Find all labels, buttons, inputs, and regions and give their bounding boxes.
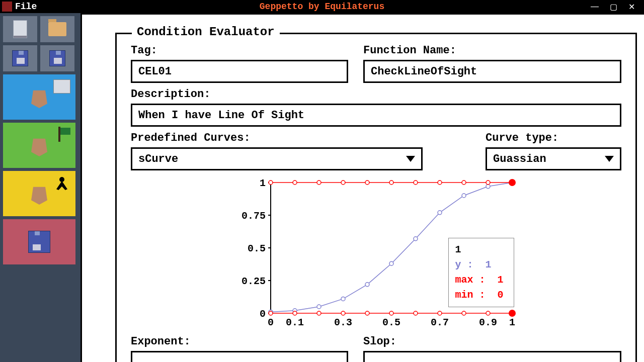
character-icon bbox=[29, 183, 49, 205]
condition-evaluator-panel: Condition Evaluator Tag: CEL01 Function … bbox=[115, 33, 637, 362]
save-button[interactable] bbox=[3, 45, 37, 71]
svg-point-26 bbox=[462, 194, 466, 198]
curve-type-value: Guassian bbox=[493, 153, 546, 165]
floppy-icon bbox=[28, 231, 50, 253]
tooltip-y-value: 1 bbox=[485, 259, 491, 270]
svg-point-42 bbox=[317, 311, 321, 315]
svg-point-35 bbox=[414, 180, 418, 185]
tooltip-min-label: min : bbox=[455, 289, 485, 301]
slop-input[interactable] bbox=[363, 351, 621, 362]
exponent-input[interactable] bbox=[131, 351, 348, 362]
svg-text:0.7: 0.7 bbox=[430, 317, 448, 328]
app-icon bbox=[2, 2, 12, 12]
chevron-down-icon bbox=[406, 156, 415, 162]
predefined-curves-label: Predefined Curves: bbox=[131, 132, 423, 144]
canvas: Condition Evaluator Tag: CEL01 Function … bbox=[80, 13, 644, 362]
svg-text:0.5: 0.5 bbox=[247, 243, 265, 254]
svg-point-44 bbox=[365, 311, 369, 315]
floppy-icon bbox=[12, 50, 28, 66]
svg-text:0.25: 0.25 bbox=[241, 276, 265, 287]
tool-yellow[interactable] bbox=[3, 171, 75, 216]
svg-point-37 bbox=[462, 180, 466, 185]
titlebar: File Geppetto by Equilaterus — ▢ ✕ bbox=[0, 0, 644, 13]
predefined-curves-value: sCurve bbox=[138, 153, 178, 165]
description-input[interactable]: When I have Line Of Sight bbox=[131, 104, 621, 127]
note-icon bbox=[53, 79, 70, 94]
svg-point-29 bbox=[269, 180, 273, 185]
svg-text:0.3: 0.3 bbox=[334, 317, 352, 328]
panel-legend: Condition Evaluator bbox=[132, 25, 280, 39]
save-as-button[interactable] bbox=[40, 45, 74, 71]
svg-point-24 bbox=[414, 237, 418, 241]
svg-point-20 bbox=[317, 305, 321, 309]
tooltip-max-label: max : bbox=[455, 274, 485, 286]
svg-point-25 bbox=[438, 211, 442, 215]
svg-point-27 bbox=[486, 185, 490, 189]
svg-point-23 bbox=[389, 261, 393, 265]
svg-point-33 bbox=[365, 180, 369, 185]
predefined-curves-select[interactable]: sCurve bbox=[131, 147, 423, 170]
tag-input[interactable]: CEL01 bbox=[131, 60, 348, 83]
curve-type-select[interactable]: Guassian bbox=[486, 147, 621, 170]
svg-point-38 bbox=[486, 180, 490, 185]
sidebar bbox=[0, 13, 80, 362]
maximize-button[interactable]: ▢ bbox=[610, 2, 617, 12]
file-menu[interactable]: File bbox=[15, 2, 37, 12]
minimize-button[interactable]: — bbox=[591, 2, 599, 12]
tool-red[interactable] bbox=[3, 219, 75, 264]
window-controls: — ▢ ✕ bbox=[591, 2, 644, 12]
svg-point-21 bbox=[341, 297, 345, 301]
person-icon bbox=[56, 177, 67, 191]
curve-chart[interactable]: 00.250.50.75100.10.30.50.70.91 1 y : 1 m… bbox=[235, 177, 517, 328]
tooltip-max-value: 1 bbox=[497, 274, 503, 286]
svg-text:0.9: 0.9 bbox=[478, 317, 497, 328]
document-icon bbox=[13, 20, 27, 38]
chart-tooltip: 1 y : 1 max : 1 min : 0 bbox=[448, 238, 514, 307]
tool-green[interactable] bbox=[3, 123, 75, 168]
svg-point-41 bbox=[293, 311, 297, 315]
new-file-button[interactable] bbox=[3, 16, 37, 42]
tooltip-title: 1 bbox=[455, 242, 503, 257]
svg-text:1: 1 bbox=[259, 177, 265, 189]
tool-blue[interactable] bbox=[3, 74, 75, 120]
function-name-label: Function Name: bbox=[363, 44, 621, 57]
svg-point-31 bbox=[317, 180, 321, 185]
window-title: Geppetto by Equilaterus bbox=[260, 2, 384, 12]
svg-point-49 bbox=[486, 311, 490, 315]
svg-point-45 bbox=[389, 311, 393, 315]
svg-text:0.1: 0.1 bbox=[285, 317, 303, 328]
svg-point-30 bbox=[293, 180, 297, 185]
svg-text:1: 1 bbox=[509, 317, 515, 328]
flag-icon bbox=[58, 127, 71, 142]
tooltip-y-label: y : bbox=[455, 259, 473, 270]
character-icon bbox=[29, 86, 49, 108]
tag-label: Tag: bbox=[131, 44, 348, 57]
chevron-down-icon bbox=[605, 156, 614, 162]
tooltip-min-value: 0 bbox=[497, 289, 503, 301]
svg-point-43 bbox=[341, 311, 345, 315]
svg-point-52 bbox=[509, 310, 516, 317]
floppy-icon bbox=[49, 50, 65, 66]
folder-icon bbox=[48, 22, 66, 36]
curve-type-label: Curve type: bbox=[486, 132, 621, 144]
description-label: Description: bbox=[131, 88, 621, 101]
exponent-label: Exponent: bbox=[131, 335, 348, 348]
svg-text:0.5: 0.5 bbox=[382, 317, 400, 328]
svg-text:0: 0 bbox=[267, 317, 273, 328]
svg-text:0.75: 0.75 bbox=[241, 210, 265, 222]
svg-point-22 bbox=[365, 283, 369, 287]
svg-point-36 bbox=[438, 180, 442, 185]
svg-point-47 bbox=[438, 311, 442, 315]
function-name-input[interactable]: CheckLineOfSight bbox=[363, 60, 621, 83]
close-button[interactable]: ✕ bbox=[628, 2, 635, 12]
svg-point-46 bbox=[414, 311, 418, 315]
slop-label: Slop: bbox=[363, 335, 621, 348]
character-icon bbox=[29, 134, 49, 156]
svg-text:0: 0 bbox=[259, 308, 265, 320]
svg-point-32 bbox=[341, 180, 345, 185]
svg-point-51 bbox=[509, 179, 516, 186]
svg-point-40 bbox=[269, 311, 273, 315]
svg-point-34 bbox=[389, 180, 393, 185]
open-file-button[interactable] bbox=[40, 16, 74, 42]
svg-point-48 bbox=[462, 311, 466, 315]
